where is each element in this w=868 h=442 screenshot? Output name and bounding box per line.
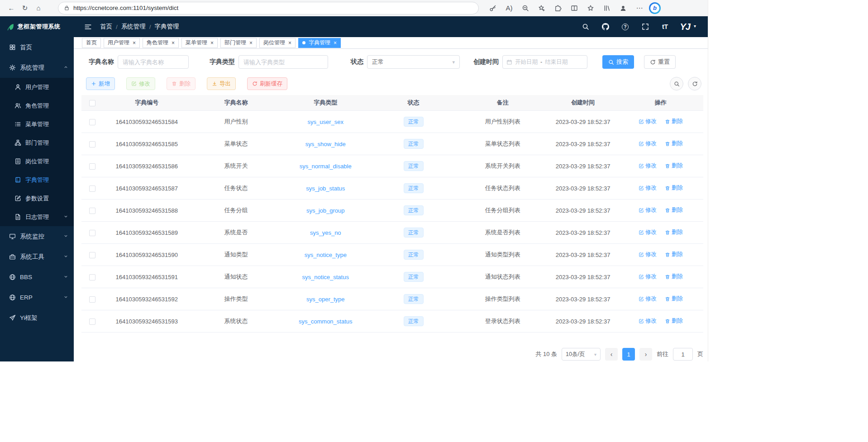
row-delete-link[interactable]: 删除 (665, 162, 683, 170)
refresh-cache-button[interactable]: 刷新缓存 (247, 77, 287, 90)
favorites-icon[interactable] (584, 1, 597, 15)
row-checkbox[interactable] (89, 185, 95, 192)
row-delete-link[interactable]: 删除 (665, 140, 683, 147)
next-page-button[interactable]: › (639, 348, 652, 361)
sidebar-item-system-management[interactable]: 系统管理 (0, 57, 74, 78)
password-key-icon[interactable] (486, 1, 500, 15)
row-checkbox[interactable] (89, 119, 95, 125)
sidebar-item-user-management[interactable]: 用户管理 (0, 78, 74, 96)
user-avatar-logo[interactable]: YJ (680, 22, 690, 32)
sidebar-item-menu-management[interactable]: 菜单管理 (0, 115, 74, 133)
tab-post-management[interactable]: 岗位管理× (259, 38, 296, 48)
sidebar-item-system-tools[interactable]: 系统工具 (0, 247, 74, 267)
user-menu-caret-icon[interactable]: ▾ (694, 24, 696, 29)
row-delete-link[interactable]: 删除 (665, 295, 683, 303)
page-1-button[interactable]: 1 (622, 348, 635, 361)
row-checkbox[interactable] (89, 274, 95, 280)
dict-type-link[interactable]: sys_job_status (306, 185, 345, 192)
sidebar-item-dept-management[interactable]: 部门管理 (0, 133, 74, 152)
row-edit-link[interactable]: 修改 (639, 228, 657, 236)
help-icon[interactable]: ? (620, 22, 630, 32)
header-search-icon[interactable] (581, 22, 591, 32)
toggle-search-button[interactable] (670, 77, 683, 90)
close-icon[interactable]: × (334, 40, 337, 46)
sidebar-item-erp[interactable]: ERP (0, 287, 74, 308)
row-edit-link[interactable]: 修改 (639, 162, 657, 170)
export-button[interactable]: 导出 (207, 77, 236, 90)
row-checkbox[interactable] (89, 141, 95, 147)
dict-type-link[interactable]: sys_notice_type (305, 252, 347, 258)
reset-button[interactable]: 重置 (644, 55, 676, 69)
row-checkbox[interactable] (89, 252, 95, 258)
sidebar-item-log-management[interactable]: 日志管理 (0, 208, 74, 226)
tab-user-management[interactable]: 用户管理× (104, 38, 140, 48)
row-delete-link[interactable]: 删除 (665, 206, 683, 214)
edit-button[interactable]: 修改 (126, 77, 155, 90)
search-button[interactable]: 搜索 (602, 55, 634, 69)
row-edit-link[interactable]: 修改 (639, 273, 657, 280)
row-edit-link[interactable]: 修改 (639, 140, 657, 147)
zoom-out-icon[interactable] (519, 1, 532, 15)
add-favorite-icon[interactable] (535, 1, 548, 15)
extensions-icon[interactable] (551, 1, 565, 15)
browser-menu-icon[interactable]: ⋯ (633, 1, 646, 15)
sidebar-toggle-icon[interactable] (82, 21, 94, 33)
dict-type-link[interactable]: sys_oper_type (306, 296, 345, 303)
row-delete-link[interactable]: 删除 (665, 251, 683, 258)
tab-role-management[interactable]: 角色管理× (143, 38, 179, 48)
sidebar-item-home[interactable]: 首页 (0, 37, 74, 57)
row-edit-link[interactable]: 修改 (639, 295, 657, 303)
date-range-picker[interactable]: 开始日期 - 结束日期 (502, 55, 587, 69)
close-icon[interactable]: × (133, 40, 136, 46)
tab-dept-management[interactable]: 部门管理× (220, 38, 257, 48)
github-icon[interactable] (601, 22, 610, 32)
row-edit-link[interactable]: 修改 (639, 118, 657, 125)
tab-dict-management[interactable]: 字典管理× (298, 38, 341, 48)
copilot-icon[interactable]: b (649, 2, 661, 14)
sidebar-item-system-monitor[interactable]: 系统监控 (0, 226, 74, 247)
sidebar-item-param-settings[interactable]: 参数设置 (0, 189, 74, 208)
tab-home[interactable]: 首页 (82, 38, 101, 48)
dict-type-link[interactable]: sys_show_hide (305, 141, 346, 147)
row-checkbox[interactable] (89, 296, 95, 303)
close-icon[interactable]: × (210, 40, 214, 46)
row-edit-link[interactable]: 修改 (639, 184, 657, 192)
sidebar-item-dict-management[interactable]: 字典管理 (0, 171, 74, 189)
row-checkbox[interactable] (89, 163, 95, 170)
page-size-select[interactable]: 10条/页 ▾ (562, 348, 601, 361)
split-screen-icon[interactable] (568, 1, 581, 15)
close-icon[interactable]: × (288, 40, 291, 46)
row-checkbox[interactable] (89, 318, 95, 325)
browser-refresh-icon[interactable]: ↻ (18, 1, 32, 15)
dict-type-link[interactable]: sys_job_group (306, 207, 345, 214)
prev-page-button[interactable]: ‹ (605, 348, 618, 361)
close-icon[interactable]: × (172, 40, 175, 46)
breadcrumb-system[interactable]: 系统管理 (121, 23, 146, 31)
dict-type-link[interactable]: sys_normal_disable (300, 163, 352, 170)
dict-type-link[interactable]: sys_user_sex (308, 119, 343, 125)
read-aloud-icon[interactable]: A) (502, 1, 516, 15)
sidebar-item-bbs[interactable]: BBS (0, 267, 74, 287)
row-delete-link[interactable]: 删除 (665, 273, 683, 280)
breadcrumb-home[interactable]: 首页 (100, 23, 112, 31)
font-size-icon[interactable]: tT (660, 22, 670, 32)
row-delete-link[interactable]: 删除 (665, 184, 683, 192)
profile-avatar-icon[interactable] (616, 1, 630, 15)
add-button[interactable]: 新增 (86, 77, 115, 90)
row-delete-link[interactable]: 删除 (665, 118, 683, 125)
sidebar-item-post-management[interactable]: 岗位管理 (0, 152, 74, 171)
row-checkbox[interactable] (89, 230, 95, 236)
delete-button[interactable]: 删除 (167, 77, 196, 90)
row-edit-link[interactable]: 修改 (639, 317, 657, 325)
dict-type-link[interactable]: sys_notice_status (302, 274, 349, 280)
url-text[interactable]: https://ccnetcore.com:1101/system/dict (73, 5, 178, 11)
collections-icon[interactable] (600, 1, 614, 15)
tab-menu-management[interactable]: 菜单管理× (181, 38, 218, 48)
sidebar-item-role-management[interactable]: 角色管理 (0, 96, 74, 115)
refresh-table-button[interactable] (688, 77, 701, 90)
browser-home-icon[interactable]: ⌂ (32, 1, 45, 15)
select-all-checkbox[interactable] (89, 100, 95, 106)
row-checkbox[interactable] (89, 208, 95, 214)
row-edit-link[interactable]: 修改 (639, 251, 657, 258)
browser-back-icon[interactable]: ← (5, 1, 18, 15)
